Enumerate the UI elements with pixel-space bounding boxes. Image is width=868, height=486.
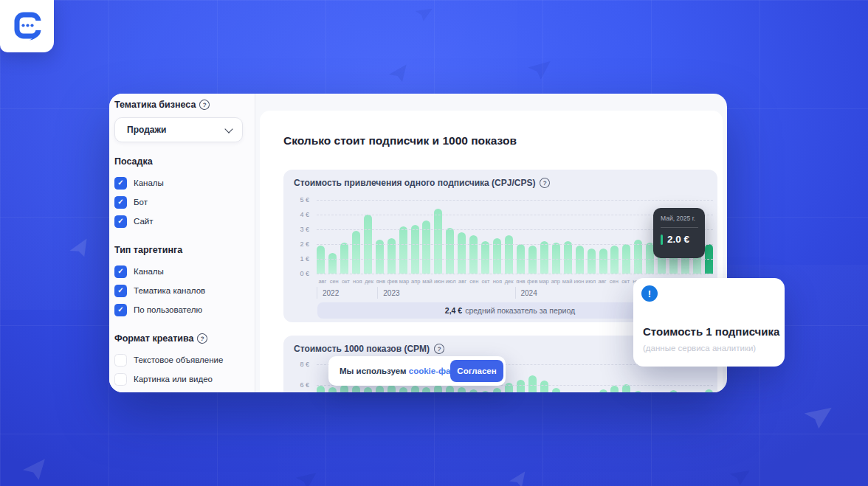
average-value: 2,4 € [445,306,462,315]
bar[interactable] [705,389,713,392]
bar[interactable] [399,226,407,274]
bar[interactable] [540,381,548,392]
bar[interactable] [376,386,384,392]
bar[interactable] [576,246,584,274]
x-axis-month-label: окт [620,278,632,285]
checkbox-row-Сайт[interactable]: ✓Сайт [114,212,255,231]
checkbox-checked[interactable]: ✓ [114,304,127,316]
cookie-accept-button[interactable]: Согласен [450,360,503,382]
checkbox-row-По пользователю[interactable]: ✓По пользователю [114,300,255,319]
bar[interactable] [528,375,537,392]
bar[interactable] [434,385,442,392]
help-icon[interactable]: ? [433,343,445,355]
checkbox-checked[interactable]: ✓ [114,265,127,278]
checkbox-label: Картинка или видео [134,375,213,383]
bar[interactable] [388,385,396,392]
bar[interactable] [446,228,454,274]
business-topic-select[interactable]: Продажи [114,117,243,142]
bar[interactable] [564,241,572,274]
bar[interactable] [634,391,642,392]
x-axis-month-label: июл [585,278,596,285]
bar[interactable] [328,253,337,274]
tooltip-date: Май, 2025 г. [661,215,698,222]
bar[interactable] [364,387,372,392]
checkbox-unchecked[interactable] [114,354,127,367]
bar[interactable] [328,387,337,392]
bar[interactable] [610,246,619,274]
paper-plane-icon [386,63,410,86]
checkbox-checked[interactable]: ✓ [114,177,127,190]
chatlabs-logo[interactable] [0,0,54,52]
bar[interactable] [481,391,489,392]
bar[interactable] [493,388,501,392]
filter-section-title: Посадка [114,156,255,167]
gridline [317,200,713,201]
x-axis-month-label: мар [538,278,550,285]
bar[interactable] [599,249,607,274]
checkbox-checked[interactable]: ✓ [114,215,127,228]
bar[interactable] [340,385,348,392]
help-icon[interactable]: ? [199,99,210,111]
checkbox-checked[interactable]: ✓ [114,285,127,297]
x-axis-month-label: сен [608,278,620,285]
paper-plane-icon [66,237,94,263]
bar[interactable] [517,380,525,392]
bar[interactable] [340,243,348,274]
bar[interactable] [552,243,560,274]
chevron-down-icon [224,125,232,133]
bar[interactable] [352,386,360,392]
bar[interactable] [422,387,430,392]
checkbox-unchecked[interactable] [114,373,127,386]
checkbox-row-Каналы[interactable]: ✓Каналы [114,262,255,281]
bar[interactable] [422,221,430,274]
y-axis-tick: 6 € [300,381,309,389]
bar[interactable] [505,235,513,274]
checkbox-row-Текстовое объявление[interactable]: Текстовое объявление [114,350,255,369]
filter-group: Тип таргетинга✓Каналы✓Тематика каналов✓П… [114,245,255,319]
tooltip-series-marker [661,235,663,245]
filter-group: Формат креатива?Текстовое объявлениеКарт… [114,333,255,389]
x-axis-month-label: янв [375,278,387,285]
bar[interactable] [540,241,548,274]
filter-section-title: Формат креатива? [114,333,255,344]
checkbox-row-Бот[interactable]: ✓Бот [114,192,255,212]
bar[interactable] [552,388,560,392]
bar[interactable] [352,231,360,274]
bar[interactable] [317,246,325,274]
checkbox-row-Картинка или видео[interactable]: Картинка или видео [114,369,255,389]
bar[interactable] [469,235,478,274]
bar[interactable] [434,209,442,274]
checkbox-row-Каналы[interactable]: ✓Каналы [114,173,255,192]
bar[interactable] [411,225,419,274]
x-axis-month-label: авг [596,278,608,285]
bar[interactable] [458,232,466,274]
bar[interactable] [458,387,466,392]
x-axis-month-label: фев [526,278,538,285]
y-axis-tick: 2 € [300,240,309,248]
bar[interactable] [317,386,325,392]
page-title: Сколько стоит подписчик и 1000 показов [283,134,517,147]
paper-plane-icon [726,465,752,486]
chatlabs-logo-icon [12,11,43,42]
checkbox-row-Тематика каналов[interactable]: ✓Тематика каналов [114,281,255,300]
paper-plane-icon [506,471,530,486]
help-icon[interactable]: ? [197,333,209,344]
check-icon: ✓ [117,198,123,206]
checkbox-checked[interactable]: ✓ [114,196,127,209]
y-axis-tick: 1 € [300,255,309,263]
bar[interactable] [469,389,478,392]
bar[interactable] [588,249,596,274]
bar[interactable] [446,386,454,392]
bar[interactable] [528,246,537,274]
bar[interactable] [599,389,607,392]
y-axis-tick: 0 € [300,270,309,277]
bar[interactable] [610,386,619,392]
x-axis-month-label: дек [503,278,515,285]
bar[interactable] [669,390,678,392]
cookie-banner: Мы используем cookie-файлы Согласен [328,356,506,386]
bar[interactable] [411,386,419,392]
bar[interactable] [399,387,407,392]
bar[interactable] [481,241,489,274]
filter-group: Посадка✓Каналы✓Бот✓Сайт [114,156,255,231]
help-icon[interactable]: ? [540,177,551,189]
